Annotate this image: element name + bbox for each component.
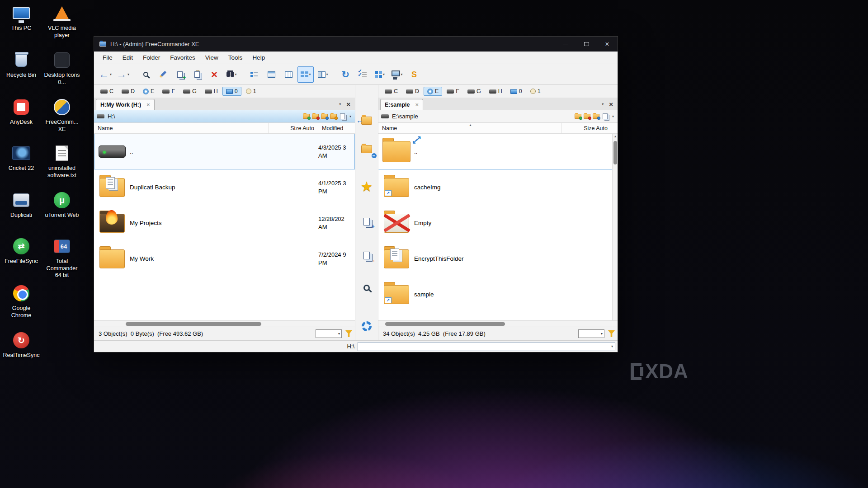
right-drive-f[interactable]: F bbox=[443, 87, 463, 96]
copy-to-left-panel-button[interactable]: ← bbox=[358, 113, 375, 128]
file-row-cacheimg[interactable]: ↗ cacheImg bbox=[378, 169, 612, 205]
right-drive-g[interactable]: G bbox=[464, 87, 485, 96]
list-view-button[interactable] bbox=[280, 66, 297, 83]
copy-button[interactable] bbox=[172, 66, 188, 83]
thumbnails-view-button[interactable]: ▾ bbox=[297, 66, 314, 83]
right-horizontal-scrollbar[interactable] bbox=[378, 320, 618, 327]
copy-files-button[interactable]: + bbox=[358, 214, 375, 229]
right-drive-0[interactable]: 0 bbox=[507, 87, 526, 96]
edit-button[interactable] bbox=[155, 66, 171, 83]
left-drive-d[interactable]: D bbox=[118, 87, 138, 96]
desktop-icon-anydesk[interactable]: AnyDesk bbox=[2, 98, 41, 126]
desktop-icon-vlc[interactable]: VLC media player bbox=[42, 4, 81, 39]
right-drive-e[interactable]: E bbox=[424, 87, 442, 96]
new-folder-icon[interactable] bbox=[575, 114, 581, 119]
minimize-button[interactable] bbox=[555, 37, 576, 52]
favorite-folder-icon[interactable] bbox=[312, 114, 319, 119]
menu-edit[interactable]: Edit bbox=[118, 52, 138, 63]
copy-path-icon[interactable] bbox=[340, 113, 345, 119]
left-drive-h[interactable]: H bbox=[201, 87, 222, 96]
left-tab[interactable]: H:My Work (H:) × bbox=[96, 99, 155, 110]
delete-button[interactable]: × bbox=[206, 66, 222, 83]
desktop-icon-desktop-icons[interactable]: Desktop Icons 0... bbox=[42, 51, 81, 86]
left-drive-e[interactable]: E bbox=[139, 87, 158, 96]
settings-button[interactable] bbox=[358, 319, 375, 334]
favorite-folder-icon[interactable] bbox=[584, 114, 590, 119]
desktop-icon-recycle-bin[interactable]: Recycle Bin bbox=[2, 51, 41, 79]
tab-list-dropdown-icon[interactable]: ▾ bbox=[602, 103, 604, 106]
filter-funnel-icon[interactable] bbox=[345, 330, 352, 337]
desktop-icon-realtimesync[interactable]: ↻ RealTimeSync bbox=[2, 331, 41, 359]
search-button[interactable] bbox=[137, 66, 154, 83]
menu-file[interactable]: File bbox=[98, 52, 118, 63]
file-row-my-work[interactable]: My Work 7/2/2024 9PM bbox=[94, 241, 355, 277]
file-row-sample[interactable]: ↗ sample bbox=[378, 277, 612, 312]
title-bar[interactable]: H:\ - (Admin) FreeCommander XE × bbox=[94, 37, 618, 52]
folder-root-icon[interactable] bbox=[330, 114, 337, 119]
maximize-button[interactable] bbox=[576, 37, 597, 52]
right-drive-d[interactable]: D bbox=[402, 87, 423, 96]
menu-view[interactable]: View bbox=[200, 52, 223, 63]
desktop-icon-freecommander[interactable]: FreeComm... XE bbox=[42, 98, 81, 133]
left-path-bar[interactable]: H:\ ▾ bbox=[94, 110, 355, 123]
folder-up-icon[interactable] bbox=[593, 114, 599, 119]
right-path-bar[interactable]: E:\sample ▾ bbox=[378, 110, 618, 123]
desktop-icon-utorrent-web[interactable]: µ uTorrent Web bbox=[42, 191, 81, 219]
tab-close-icon[interactable]: × bbox=[146, 101, 150, 108]
tab-list-dropdown-icon[interactable]: ▾ bbox=[339, 103, 341, 106]
tree-view-button[interactable] bbox=[246, 66, 262, 83]
left-drive-0[interactable]: 0 bbox=[222, 87, 241, 96]
scrollbar-thumb[interactable] bbox=[126, 322, 261, 326]
command-input[interactable]: ▾ bbox=[358, 342, 615, 351]
left-drive-1[interactable]: 1 bbox=[242, 87, 260, 96]
column-header-modified[interactable]: Modified bbox=[319, 123, 355, 133]
file-row-my-projects[interactable]: My Projects 12/28/202AM bbox=[94, 205, 355, 241]
left-drive-g[interactable]: G bbox=[179, 87, 200, 96]
left-drive-c[interactable]: C bbox=[97, 87, 117, 96]
copy-path-icon[interactable] bbox=[603, 113, 608, 119]
menu-help[interactable]: Help bbox=[247, 52, 270, 63]
desktop-icon-cricket-22[interactable]: Cricket 22 bbox=[2, 144, 41, 172]
file-row-encryptthisfolder[interactable]: EncryptThisFolder bbox=[378, 241, 612, 277]
file-row-empty[interactable]: Empty bbox=[378, 205, 612, 241]
back-button[interactable]: ←▾ bbox=[97, 66, 113, 83]
file-row-parent[interactable]: .. 4/3/2025 3AM bbox=[94, 134, 355, 169]
menu-folder[interactable]: Folder bbox=[138, 52, 165, 63]
layout-grid-button[interactable]: ▾ bbox=[372, 66, 388, 83]
refresh-button[interactable]: ↻ bbox=[337, 66, 354, 83]
scroll-up-icon[interactable]: ▲ bbox=[613, 135, 618, 138]
desktop-icon-uninstalled-txt[interactable]: uninstalled software.txt bbox=[42, 144, 81, 179]
paste-button[interactable] bbox=[189, 66, 205, 83]
menu-tools[interactable]: Tools bbox=[223, 52, 248, 63]
close-tab-icon[interactable]: × bbox=[346, 101, 350, 108]
scrollbar-thumb[interactable] bbox=[613, 141, 617, 164]
right-drive-1[interactable]: 1 bbox=[527, 87, 544, 96]
select-items-button[interactable] bbox=[354, 66, 371, 83]
collapse-folders-button[interactable] bbox=[358, 141, 375, 157]
move-files-button[interactable]: → bbox=[358, 248, 375, 263]
new-folder-icon[interactable] bbox=[303, 114, 310, 119]
details-view-button[interactable] bbox=[263, 66, 279, 83]
find-files-button[interactable]: ▾ bbox=[223, 66, 240, 83]
scrollbar-thumb[interactable] bbox=[385, 322, 505, 326]
right-tab[interactable]: E:sample × bbox=[380, 99, 423, 110]
filter-funnel-icon[interactable] bbox=[608, 330, 615, 337]
right-filter-combo[interactable]: ▾ bbox=[578, 329, 604, 338]
desktop-icon-google-chrome[interactable]: Google Chrome bbox=[2, 284, 41, 319]
left-filter-combo[interactable]: ▾ bbox=[316, 329, 342, 338]
folder-up-icon[interactable] bbox=[321, 114, 328, 119]
desktop-icon-total-commander[interactable]: 64 Total Commander 64 bit bbox=[42, 237, 81, 279]
tab-close-icon[interactable]: × bbox=[415, 101, 419, 108]
column-header-name[interactable]: Name bbox=[94, 125, 268, 131]
desktop-icon-this-pc[interactable]: This PC bbox=[2, 4, 41, 32]
desktop-icon-duplicati[interactable]: Duplicati bbox=[2, 191, 41, 219]
close-tab-icon[interactable]: × bbox=[609, 101, 613, 108]
split-view-button[interactable]: ▾ bbox=[315, 66, 331, 83]
left-horizontal-scrollbar[interactable] bbox=[94, 320, 355, 327]
file-row-parent[interactable]: ↗↙ .. bbox=[378, 134, 612, 169]
folder-size-button[interactable]: S bbox=[406, 66, 422, 83]
menu-favorites[interactable]: Favorites bbox=[165, 52, 200, 63]
file-row-duplicati-backup[interactable]: Duplicati Backup 4/1/2025 3PM bbox=[94, 169, 355, 205]
left-drive-f[interactable]: F bbox=[159, 87, 179, 96]
forward-button[interactable]: →▾ bbox=[114, 66, 131, 83]
